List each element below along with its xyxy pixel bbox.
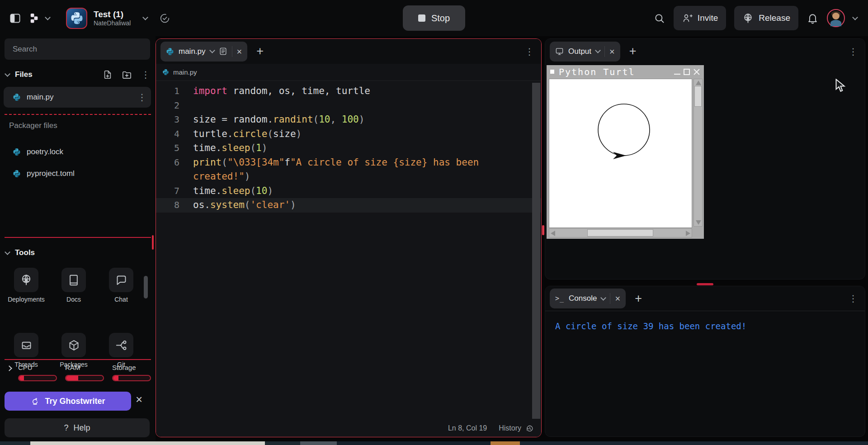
avatar[interactable] — [827, 9, 845, 27]
code-line[interactable]: 2 — [156, 99, 541, 113]
turtle-graphics-window[interactable]: Python Turtl — [547, 65, 704, 239]
minimize-icon[interactable] — [674, 74, 680, 75]
new-tab-icon[interactable]: + — [256, 45, 264, 57]
resource-meters: CPURAMStorage — [18, 364, 151, 381]
console-output[interactable]: A circle of size 39 has been created! — [545, 311, 865, 341]
panel-resize-handle-vertical[interactable] — [542, 225, 544, 235]
tools-grid: DeploymentsDocsChatThreadsPackagesGit — [14, 268, 133, 374]
chevron-down-icon[interactable] — [601, 295, 607, 301]
console-panel: >_ Console × + ⋮ A circle of size 39 has… — [545, 286, 865, 437]
strip-segment — [265, 441, 300, 445]
scroll-down-icon[interactable] — [696, 220, 701, 225]
python-file-icon — [13, 148, 21, 156]
output-kebab-icon[interactable]: ⋮ — [849, 47, 858, 56]
code-line[interactable]: 5time.sleep(1) — [156, 141, 541, 156]
meter-cpu[interactable]: CPU — [18, 364, 57, 381]
code-line[interactable]: 7time.sleep(10) — [156, 184, 541, 199]
chevron-down-icon[interactable] — [143, 14, 149, 20]
sidebar-toggle-icon[interactable] — [9, 12, 21, 24]
add-folder-icon[interactable] — [122, 70, 132, 80]
files-kebab-icon[interactable]: ⋮ — [141, 70, 150, 79]
divider — [604, 46, 605, 57]
notifications-bell-icon[interactable] — [807, 12, 819, 24]
sync-status-icon — [159, 13, 170, 24]
editor-kebab-icon[interactable]: ⋮ — [525, 47, 534, 56]
tab-main-py[interactable]: main.py × — [160, 42, 247, 62]
file-search[interactable] — [5, 38, 150, 60]
file-row-main-py[interactable]: main.py ⋮ — [4, 87, 151, 108]
sidebar: Files ⋮ main.py ⋮ Packager files poetry.… — [0, 36, 156, 441]
help-button[interactable]: ? Help — [5, 418, 150, 437]
history-button[interactable]: History — [499, 424, 534, 433]
code-line[interactable]: 3size = random.randint(10, 100) — [156, 113, 541, 127]
project-owner: NateDhaliwal — [94, 19, 131, 27]
release-button[interactable]: Release — [734, 6, 798, 30]
new-tab-icon[interactable]: + — [635, 293, 642, 305]
code-line[interactable]: 1import random, os, time, turtle — [156, 84, 541, 99]
chevron-right-icon[interactable] — [6, 365, 12, 371]
chevron-down-icon[interactable] — [852, 14, 858, 20]
chevron-down-icon[interactable] — [595, 47, 601, 53]
search-icon[interactable] — [653, 12, 665, 24]
code-line[interactable]: created!") — [156, 170, 541, 184]
editor-tab-bar: main.py × + ⋮ — [156, 39, 541, 64]
turtle-window-titlebar[interactable]: Python Turtl — [547, 65, 704, 78]
editor-panel: main.py × + ⋮ main.py 1import random, os… — [156, 38, 542, 437]
chevron-down-icon[interactable] — [5, 249, 10, 255]
add-file-icon[interactable] — [103, 70, 113, 80]
file-row[interactable]: pyproject.toml — [4, 163, 151, 185]
meter-storage[interactable]: Storage — [112, 364, 151, 381]
tab-output[interactable]: Output × — [550, 42, 620, 62]
strip-segment — [0, 441, 30, 445]
search-input[interactable] — [5, 45, 150, 54]
sidebar-resize-handle[interactable] — [152, 235, 154, 250]
console-kebab-icon[interactable]: ⋮ — [849, 294, 858, 303]
code-area[interactable]: 1import random, os, time, turtle23size =… — [156, 81, 541, 213]
close-icon[interactable]: × — [136, 393, 142, 405]
bottom-edge-strip — [0, 441, 868, 445]
turtle-horizontal-scrollbar[interactable] — [549, 228, 692, 237]
turtle-window-title: Python Turtl — [559, 66, 635, 77]
new-tab-icon[interactable]: + — [629, 45, 637, 57]
turtle-vertical-scrollbar[interactable] — [693, 79, 703, 227]
code-line[interactable]: 8os.system('clear') — [156, 198, 541, 213]
release-globe-icon — [742, 13, 754, 24]
try-ghostwriter-button[interactable]: Try Ghostwriter — [5, 392, 131, 411]
file-row[interactable]: poetry.lock — [4, 141, 151, 163]
close-tab-icon[interactable]: × — [237, 47, 242, 56]
python-project-icon — [66, 8, 87, 29]
tool-docs[interactable]: Docs — [61, 268, 86, 309]
scroll-right-icon[interactable] — [686, 231, 690, 236]
tools-scrollbar[interactable] — [144, 276, 148, 298]
chevron-down-icon[interactable] — [5, 71, 10, 77]
replit-logo-icon[interactable] — [29, 13, 39, 23]
panel-resize-handle-horizontal[interactable] — [697, 283, 713, 285]
maximize-icon[interactable] — [684, 69, 690, 75]
cursor-position: Ln 8, Col 19 — [448, 424, 487, 432]
code-line[interactable]: 6print("\033[34m"f"A circle of size {siz… — [156, 156, 541, 170]
close-tab-icon[interactable]: × — [609, 47, 615, 56]
breadcrumb[interactable]: main.py — [156, 64, 541, 81]
scroll-left-icon[interactable] — [551, 231, 555, 236]
tab-console[interactable]: >_ Console × — [550, 289, 626, 308]
strip-segment — [337, 441, 491, 445]
chevron-down-icon[interactable] — [45, 14, 51, 20]
file-kebab-icon[interactable]: ⋮ — [137, 93, 146, 102]
close-tab-icon[interactable]: × — [615, 294, 620, 303]
chevron-down-icon[interactable] — [209, 47, 215, 53]
code-line[interactable]: 4turtle.circle(size) — [156, 127, 541, 142]
editor-scrollbar[interactable] — [532, 83, 540, 419]
scroll-up-icon[interactable] — [696, 80, 701, 85]
tool-deployments[interactable]: Deployments — [14, 268, 38, 309]
meter-ram[interactable]: RAM — [65, 364, 104, 381]
packager-file-list: poetry.lockpyproject.toml — [4, 141, 151, 185]
invite-button[interactable]: Invite — [674, 6, 726, 30]
replit-workspace: Test (1) NateDhaliwal Stop Invite — [0, 0, 868, 445]
project-menu[interactable]: Test (1) NateDhaliwal — [66, 8, 147, 29]
file-outline-icon[interactable] — [219, 47, 227, 56]
stop-button[interactable]: Stop — [403, 5, 465, 31]
close-window-icon[interactable] — [693, 68, 700, 76]
tool-chat[interactable]: Chat — [109, 268, 133, 309]
console-tab-bar: >_ Console × + ⋮ — [545, 286, 865, 311]
strip-segment — [30, 441, 265, 445]
